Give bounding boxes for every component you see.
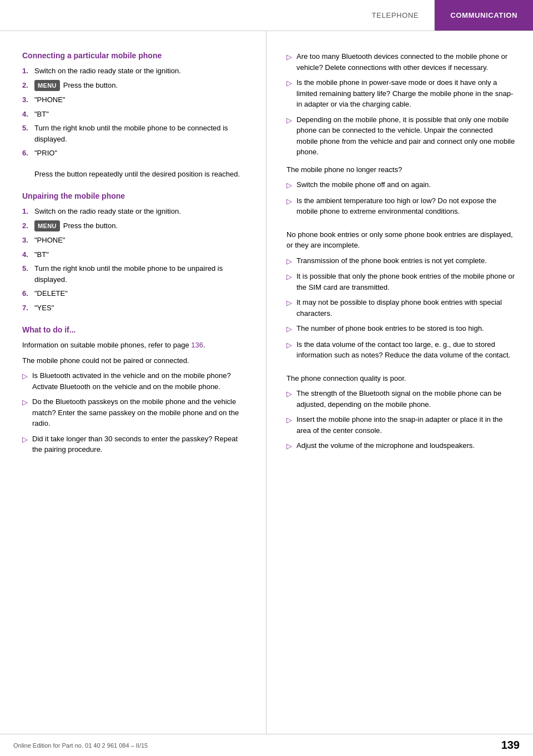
bullet-arrow-icon-r13: ▷: [286, 441, 296, 452]
main-content: Connecting a particular mobile phone 1. …: [0, 31, 533, 734]
unpair-step-3-num: 3.: [22, 235, 34, 246]
bullet-volume-text: Adjust the volume of the microphone and …: [296, 440, 515, 451]
section-unpairing: Unpairing the mobile phone 1. Switch on …: [22, 191, 248, 313]
bullet-arrow-icon-2: ▷: [22, 397, 32, 408]
bullet-arrow-icon-r7: ▷: [286, 271, 296, 283]
footer-copyright: Online Edition for Part no. 01 40 2 961 …: [13, 742, 148, 749]
step-1-num: 1.: [22, 65, 34, 77]
unpair-step-4: 4. "BT": [22, 249, 248, 260]
step-3-num: 3.: [22, 94, 34, 105]
unpair-step-1: 1. Switch on the radio ready state or th…: [22, 206, 248, 217]
right-bullets-first: ▷ Are too many Bluetooth devices connect…: [286, 51, 515, 158]
section-connecting: Connecting a particular mobile phone 1. …: [22, 51, 248, 179]
bullet-too-many-devices-text: Are too many Bluetooth devices connected…: [296, 51, 515, 73]
bullet-too-many-entries-text: The number of phone book entries to be s…: [296, 323, 515, 334]
connecting-steps-list: 1. Switch on the radio ready state or th…: [22, 65, 248, 159]
step-5-text: Turn the right knob until the mobile pho…: [34, 123, 248, 144]
unpairing-steps-list: 1. Switch on the radio ready state or th…: [22, 206, 248, 313]
step-1: 1. Switch on the radio ready state or th…: [22, 65, 248, 77]
poor-bullets: ▷ The strength of the Bluetooth signal o…: [286, 388, 515, 452]
section-whattodo: What to do if... Information on suitable…: [22, 325, 248, 455]
bullet-snap-in: ▷ Insert the mobile phone into the snap-…: [286, 414, 515, 436]
menu-button-icon: MENU: [34, 80, 60, 92]
bullet-arrow-icon-r6: ▷: [286, 256, 296, 267]
bullet-arrow-icon-3: ▷: [22, 434, 32, 445]
header-telephone: TELEPHONE: [356, 0, 435, 31]
unpair-step-6: 6. "DELETE": [22, 288, 248, 299]
step-6: 6. "PRIO": [22, 148, 248, 159]
bullet-arrow-icon-r8: ▷: [286, 298, 296, 309]
step-3-text: "PHONE": [34, 94, 248, 105]
bullet-simcard: ▷ It is possible that only the phone boo…: [286, 271, 515, 293]
bullet-simcard-text: It is possible that only the phone book …: [296, 271, 515, 293]
unpair-step-1-text: Switch on the radio ready state or the i…: [34, 206, 248, 217]
bullet-passkeys-match: ▷ Do the Bluetooth passkeys on the mobil…: [22, 396, 248, 429]
bullet-special-chars: ▷ It may not be possible to display phon…: [286, 297, 515, 319]
noreact-bullets: ▷ Switch the mobile phone off and on aga…: [286, 179, 515, 217]
bullet-arrow-icon-r11: ▷: [286, 389, 296, 400]
bullet-arrow-icon-r1: ▷: [286, 52, 296, 63]
step-2-text: Press the button.: [63, 81, 118, 89]
step-2-num: 2.: [22, 80, 34, 91]
bullet-arrow-icon-r2: ▷: [286, 78, 296, 89]
whattodo-intro1: Information on suitable mobile phones, r…: [22, 340, 248, 351]
step-4-num: 4.: [22, 109, 34, 120]
unpair-step-7-num: 7.: [22, 303, 34, 314]
connecting-extra-text: Press the button repeatedly until the de…: [34, 169, 248, 180]
bullet-30seconds-text: Did it take longer than 30 seconds to en…: [32, 434, 248, 455]
section-unpairing-heading: Unpairing the mobile phone: [22, 191, 248, 200]
step-2-content: MENUPress the button.: [34, 80, 248, 92]
bullet-arrow-icon-r12: ▷: [286, 415, 296, 426]
step-1-text: Switch on the radio ready state or the i…: [34, 65, 248, 77]
unpair-step-3-text: "PHONE": [34, 235, 248, 246]
bullet-bluetooth-activated: ▷ Is Bluetooth activated in the vehicle …: [22, 370, 248, 392]
unpair-step-5-num: 5.: [22, 263, 34, 274]
unpair-step-4-num: 4.: [22, 249, 34, 260]
bullet-too-many-entries: ▷ The number of phone book entries to be…: [286, 323, 515, 335]
unpair-step-1-num: 1.: [22, 206, 34, 217]
bullet-data-volume: ▷ Is the data volume of the contact too …: [286, 339, 515, 361]
bullet-special-chars-text: It may not be possible to display phone …: [296, 297, 515, 319]
page-number: 139: [501, 739, 520, 752]
bullet-arrow-icon-r9: ▷: [286, 324, 296, 335]
unpair-step-5: 5. Turn the right knob until the mobile …: [22, 263, 248, 285]
bullet-passkeys-match-text: Do the Bluetooth passkeys on the mobile …: [32, 396, 248, 429]
step-3: 3. "PHONE": [22, 94, 248, 105]
page-link-136: 136: [191, 341, 203, 349]
bullet-signal-strength-text: The strength of the Bluetooth signal on …: [296, 388, 515, 410]
unpair-step-2: 2. MENUPress the button.: [22, 220, 248, 232]
whattodo-intro1-end: .: [203, 341, 205, 349]
header-communication: COMMUNICATION: [435, 0, 533, 31]
step-5: 5. Turn the right knob until the mobile …: [22, 123, 248, 144]
bullet-temperature-text: Is the ambient temperature too high or l…: [296, 195, 515, 217]
section-poor: The phone connection quality is poor. ▷ …: [286, 373, 515, 452]
bullet-arrow-icon-r10: ▷: [286, 340, 296, 351]
unpair-step-4-text: "BT": [34, 249, 248, 260]
step-4: 4. "BT": [22, 109, 248, 120]
whattodo-bullets: ▷ Is Bluetooth activated in the vehicle …: [22, 370, 248, 455]
page-footer: Online Edition for Part no. 01 40 2 961 …: [0, 734, 533, 756]
bullet-transmission-incomplete: ▷ Transmission of the phone book entries…: [286, 255, 515, 267]
section-connecting-heading: Connecting a particular mobile phone: [22, 51, 248, 60]
bullet-transmission-text: Transmission of the phone book entries i…: [296, 255, 515, 266]
bullet-data-volume-text: Is the data volume of the contact too la…: [296, 339, 515, 361]
step-4-text: "BT": [34, 109, 248, 120]
bullet-arrow-icon-r5: ▷: [286, 196, 296, 207]
unpair-step-6-num: 6.: [22, 288, 34, 299]
step-6-text: "PRIO": [34, 148, 248, 159]
bullet-snap-in-text: Insert the mobile phone into the snap-in…: [296, 414, 515, 436]
bullet-arrow-icon-r4: ▷: [286, 180, 296, 191]
unpair-step-2-num: 2.: [22, 220, 34, 231]
bullet-signal-strength: ▷ The strength of the Bluetooth signal o…: [286, 388, 515, 410]
page-header: TELEPHONE COMMUNICATION: [0, 0, 533, 31]
bullet-bluetooth-activated-text: Is Bluetooth activated in the vehicle an…: [32, 370, 248, 392]
section-phonebook: No phone book entries or only some phone…: [286, 229, 515, 361]
bullet-power-save: ▷ Is the mobile phone in power-save mode…: [286, 77, 515, 110]
bullet-power-save-text: Is the mobile phone in power-save mode o…: [296, 77, 515, 110]
bullet-30seconds: ▷ Did it take longer than 30 seconds to …: [22, 434, 248, 455]
phonebook-bullets: ▷ Transmission of the phone book entries…: [286, 255, 515, 361]
bullet-arrow-icon: ▷: [22, 371, 32, 382]
telephone-label: TELEPHONE: [372, 11, 419, 19]
communication-label: COMMUNICATION: [450, 11, 517, 19]
bullet-arrow-icon-r3: ▷: [286, 115, 296, 126]
